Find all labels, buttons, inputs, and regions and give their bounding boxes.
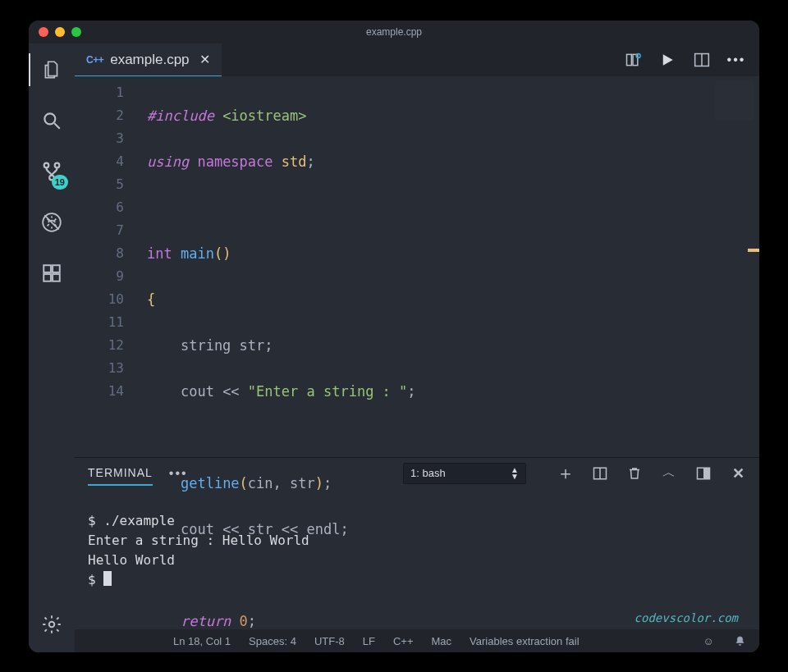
tok: {: [147, 291, 155, 308]
svg-rect-5: [44, 265, 51, 272]
window-title: example.cpp: [29, 26, 759, 38]
tab-filename: example.cpp: [110, 52, 189, 68]
title-bar: example.cpp: [29, 21, 759, 43]
tab-bar: C++ example.cpp ✕ •••: [75, 43, 759, 76]
tok: using: [147, 153, 189, 170]
editor-actions: •••: [625, 43, 759, 76]
tok: return: [147, 613, 231, 629]
tok: <iostream>: [214, 107, 307, 124]
line-number: 14: [75, 380, 124, 403]
split-editor-icon[interactable]: [694, 52, 710, 68]
line-number: 5: [75, 173, 124, 196]
search-button[interactable]: [39, 107, 65, 134]
tok: (): [214, 245, 231, 262]
line-number: 7: [75, 219, 124, 242]
tab-close-icon[interactable]: ✕: [199, 52, 210, 67]
tab-example-cpp[interactable]: C++ example.cpp ✕: [75, 43, 222, 76]
tok: str: [290, 475, 315, 491]
tok: str: [231, 337, 264, 354]
tok: ;: [340, 521, 348, 537]
tok: <<: [214, 521, 248, 537]
overview-ruler-mark: [748, 249, 759, 252]
tok: ;: [307, 153, 315, 170]
svg-point-2: [55, 163, 60, 168]
tok: ,: [273, 475, 290, 491]
close-panel-icon[interactable]: ✕: [730, 465, 746, 482]
svg-rect-11: [633, 54, 638, 65]
line-number: 12: [75, 334, 124, 357]
line-number: 10: [75, 288, 124, 311]
settings-button[interactable]: [39, 611, 65, 638]
line-number: 9: [75, 265, 124, 288]
tok: (: [240, 475, 248, 491]
tok: ;: [264, 337, 273, 354]
tok: int: [147, 245, 172, 262]
tok: ;: [248, 613, 256, 629]
line-number: 4: [75, 150, 124, 173]
scm-badge: 19: [52, 175, 68, 190]
debug-button[interactable]: [39, 209, 65, 235]
tok: <<: [214, 383, 248, 400]
explorer-button[interactable]: [39, 57, 65, 83]
svg-point-12: [636, 54, 640, 58]
svg-rect-6: [44, 274, 51, 281]
line-number: 6: [75, 196, 124, 219]
tok: getline: [147, 475, 240, 491]
tok: endl: [307, 521, 341, 537]
tok: ;: [407, 383, 415, 400]
tok: "Enter a string : ": [248, 383, 407, 400]
tok: cout: [147, 521, 214, 537]
tok: string: [147, 337, 231, 354]
svg-rect-8: [53, 265, 60, 272]
svg-rect-10: [627, 54, 632, 65]
minimap[interactable]: [715, 81, 754, 121]
tok: str: [248, 521, 273, 537]
tok: namespace: [189, 153, 273, 170]
svg-point-0: [44, 113, 55, 124]
tok: cout: [147, 383, 214, 400]
panel-tab-terminal[interactable]: TERMINAL: [88, 461, 153, 486]
compare-changes-icon[interactable]: [625, 52, 641, 68]
activity-bar: 19: [29, 43, 75, 652]
tok: main: [172, 245, 214, 262]
terminal-cursor: [103, 571, 112, 586]
source-control-button[interactable]: 19: [39, 158, 65, 185]
line-number: 8: [75, 242, 124, 265]
tok: <<: [273, 521, 307, 537]
svg-point-1: [44, 163, 49, 168]
tok: cin: [248, 475, 273, 491]
more-actions-icon[interactable]: •••: [728, 52, 744, 68]
tok: ;: [323, 475, 332, 491]
extensions-button[interactable]: [39, 260, 65, 286]
run-icon[interactable]: [659, 52, 676, 68]
code-area[interactable]: #include <iostream> using namespace std;…: [135, 76, 715, 457]
tok: std: [273, 153, 307, 170]
line-number: 3: [75, 127, 124, 150]
line-number: 1: [75, 81, 124, 104]
editor-window: example.cpp 19: [29, 21, 759, 652]
language-pill: C++: [86, 54, 103, 66]
svg-point-9: [49, 622, 55, 628]
term-line: $: [88, 572, 103, 587]
line-number: 2: [75, 104, 124, 127]
svg-rect-7: [53, 274, 60, 281]
tok: #include: [147, 107, 214, 124]
notifications-bell-icon[interactable]: [733, 634, 746, 647]
tok: ): [315, 475, 323, 491]
line-gutter: 1 2 3 4 5 6 7 8 9 10 11 12 13 14: [75, 76, 135, 457]
line-number: 13: [75, 357, 124, 380]
tok: 0: [231, 613, 247, 629]
code-editor[interactable]: 1 2 3 4 5 6 7 8 9 10 11 12 13 14 #includ…: [75, 76, 759, 457]
line-number: 11: [75, 311, 124, 334]
